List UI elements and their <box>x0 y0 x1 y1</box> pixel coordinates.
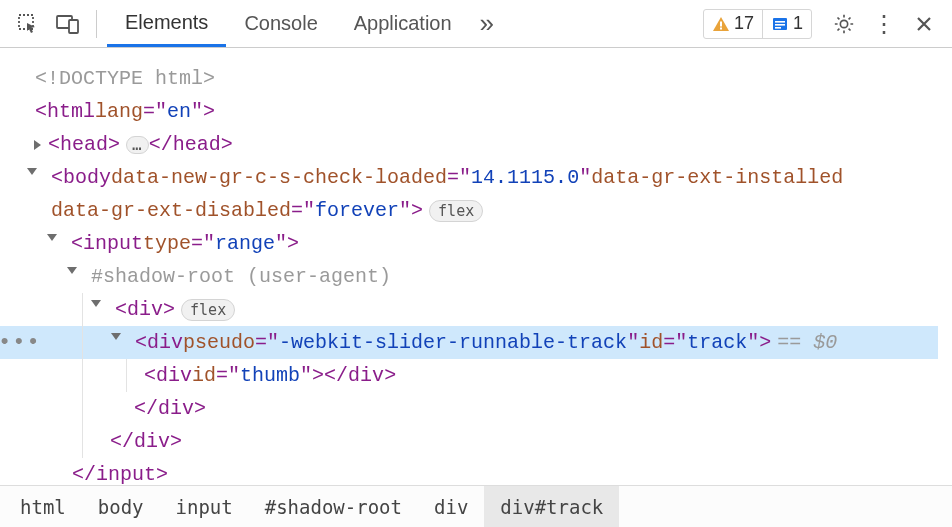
devtools-toolbar: Elements Console Application » 17 1 ⋮ <box>0 0 952 48</box>
expand-arrow-icon[interactable] <box>34 140 41 150</box>
tree-line-body-cont[interactable]: data-gr-ext-disabled="forever">flex <box>14 194 952 227</box>
issue-icon <box>771 15 789 33</box>
crumb-div[interactable]: div <box>418 486 484 527</box>
tab-console[interactable]: Console <box>226 0 335 47</box>
tree-line-div1[interactable]: <div>flex <box>14 293 952 326</box>
collapse-arrow-icon[interactable] <box>67 267 77 274</box>
collapse-arrow-icon[interactable] <box>27 168 37 175</box>
settings-icon[interactable] <box>826 6 862 42</box>
issues-badge-group[interactable]: 17 1 <box>703 9 812 39</box>
svg-rect-8 <box>775 27 781 29</box>
svg-rect-4 <box>720 27 722 29</box>
collapse-arrow-icon[interactable] <box>91 300 101 307</box>
tab-elements[interactable]: Elements <box>107 0 226 47</box>
tree-line-div-close-outer[interactable]: </div> <box>14 425 952 458</box>
warnings-count: 17 <box>734 13 754 34</box>
svg-rect-7 <box>775 24 785 26</box>
tree-line-shadow-root[interactable]: #shadow-root (user-agent) <box>14 260 952 293</box>
gutter-actions-icon[interactable]: ••• <box>0 327 41 359</box>
tree-line-head[interactable]: <head>… </head> <box>14 128 952 161</box>
panel-tabs: Elements Console Application <box>107 0 470 47</box>
collapse-arrow-icon[interactable] <box>47 234 57 241</box>
collapse-arrow-icon[interactable] <box>111 333 121 340</box>
warnings-badge[interactable]: 17 <box>704 10 762 38</box>
tree-line-doctype[interactable]: <!DOCTYPE html> <box>14 62 952 95</box>
device-toggle-icon[interactable] <box>50 6 86 42</box>
crumb-div-track[interactable]: div#track <box>484 486 619 527</box>
warning-icon <box>712 15 730 33</box>
dom-tree: <!DOCTYPE html> <html lang="en"> <head>…… <box>0 48 952 499</box>
crumb-html[interactable]: html <box>4 486 82 527</box>
layout-badge-flex[interactable]: flex <box>181 299 235 321</box>
tree-line-thumb[interactable]: <div id="thumb"></div> <box>14 359 952 392</box>
svg-rect-6 <box>775 21 785 23</box>
inspect-icon[interactable] <box>10 6 46 42</box>
svg-rect-3 <box>720 21 722 26</box>
tree-line-body-open[interactable]: <body data-new-gr-c-s-check-loaded="14.1… <box>14 161 952 194</box>
close-icon[interactable] <box>906 6 942 42</box>
selected-marker: == $0 <box>777 327 837 359</box>
breadcrumb-bar: html body input #shadow-root div div#tra… <box>0 485 952 527</box>
tree-line-track-selected[interactable]: ••• <div pseudo="-webkit-slider-runnable… <box>0 326 938 359</box>
more-tabs-icon[interactable]: » <box>474 6 500 42</box>
collapsed-pill[interactable]: … <box>126 136 149 154</box>
tree-line-input[interactable]: <input type="range"> <box>14 227 952 260</box>
tab-application[interactable]: Application <box>336 0 470 47</box>
svg-rect-2 <box>69 20 78 33</box>
issues-count: 1 <box>793 13 803 34</box>
crumb-shadow-root[interactable]: #shadow-root <box>249 486 418 527</box>
crumb-input[interactable]: input <box>160 486 249 527</box>
issues-badge[interactable]: 1 <box>762 10 811 38</box>
crumb-body[interactable]: body <box>82 486 160 527</box>
separator <box>96 10 97 38</box>
tree-line-html[interactable]: <html lang="en"> <box>14 95 952 128</box>
layout-badge-flex[interactable]: flex <box>429 200 483 222</box>
kebab-menu-icon[interactable]: ⋮ <box>866 6 902 42</box>
tree-line-div-close-inner[interactable]: </div> <box>14 392 952 425</box>
